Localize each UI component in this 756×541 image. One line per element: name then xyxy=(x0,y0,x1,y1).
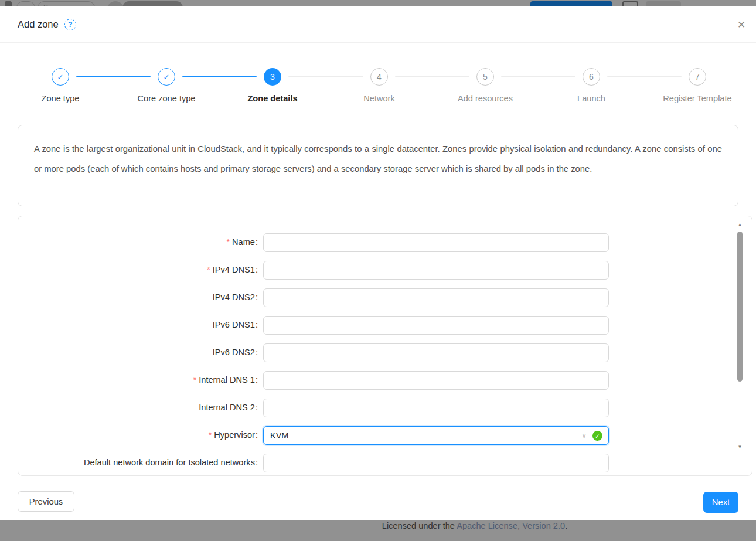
step-number: 4 xyxy=(370,68,388,86)
scroll-up-icon[interactable]: ▲ xyxy=(735,222,744,227)
ipv6-dns2-input[interactable] xyxy=(263,343,609,362)
close-icon[interactable]: ✕ xyxy=(734,18,748,32)
ipv6-dns1-input[interactable] xyxy=(263,316,609,335)
step-number: 7 xyxy=(689,68,706,86)
form-row-network-domain: Default network domain for Isolated netw… xyxy=(18,454,613,472)
form-row-ipv6-dns1: IPv6 DNS1 xyxy=(18,316,613,335)
scrollbar-thumb[interactable] xyxy=(737,232,743,382)
field-label: Name xyxy=(232,237,258,247)
ipv4-dns2-input[interactable] xyxy=(263,288,609,307)
modal-backdrop-overlay xyxy=(0,520,756,541)
zone-description-text: A zone is the largest organizational uni… xyxy=(34,139,722,179)
zone-description-panel: A zone is the largest organizational uni… xyxy=(18,125,738,206)
previous-button[interactable]: Previous xyxy=(18,491,74,512)
name-input[interactable] xyxy=(263,233,609,252)
form-row-hypervisor: *Hypervisor KVM ∨ ✓ xyxy=(18,426,613,445)
field-label: Hypervisor xyxy=(214,430,258,440)
field-label: IPv4 DNS1 xyxy=(213,265,258,274)
chevron-down-icon: ∨ xyxy=(581,427,587,444)
form-row-ipv4-dns2: IPv4 DNS2 xyxy=(18,288,613,307)
zone-details-form-panel: *Name *IPv4 DNS1 IPv4 DNS2 IPv6 DNS1 IPv xyxy=(18,216,752,476)
internal-dns2-input[interactable] xyxy=(263,399,609,417)
add-zone-modal: Add zone ? ✕ ✓ Zone type ✓ Core zone typ… xyxy=(0,6,756,520)
dimmed-page-bottom-strip: Licensed under the Apache License, Versi… xyxy=(0,520,756,541)
hypervisor-selected-value: KVM xyxy=(270,431,288,440)
field-label: IPv4 DNS2 xyxy=(213,292,258,302)
field-label: Internal DNS 2 xyxy=(199,403,258,412)
field-label: IPv6 DNS1 xyxy=(213,320,258,329)
next-button[interactable]: Next xyxy=(703,492,738,513)
step-zone-details[interactable]: 3 Zone details xyxy=(220,68,325,103)
step-number: 3 xyxy=(264,68,281,86)
wizard-stepper: ✓ Zone type ✓ Core zone type 3 Zone deta… xyxy=(0,56,756,120)
step-done-check-icon: ✓ xyxy=(52,68,69,86)
form-scrollbar: ▲ ▼ xyxy=(735,216,744,476)
field-label: IPv6 DNS2 xyxy=(213,348,258,357)
required-marker: * xyxy=(227,237,230,247)
step-register-template: 7 Register Template xyxy=(645,68,750,103)
modal-header: Add zone ? ✕ xyxy=(0,6,756,43)
required-marker: * xyxy=(193,375,196,385)
scroll-down-icon[interactable]: ▼ xyxy=(735,444,744,450)
dimmed-page-top-strip xyxy=(0,0,756,6)
step-add-resources: 5 Add resources xyxy=(433,68,538,103)
field-label: Internal DNS 1 xyxy=(199,375,258,385)
step-launch: 6 Launch xyxy=(539,68,644,103)
form-row-internal-dns2: Internal DNS 2 xyxy=(18,399,613,417)
modal-title: Add zone xyxy=(18,19,59,30)
form-row-internal-dns1: *Internal DNS 1 xyxy=(18,371,613,390)
help-icon[interactable]: ? xyxy=(64,19,76,30)
step-number: 6 xyxy=(583,68,600,86)
step-core-zone-type[interactable]: ✓ Core zone type xyxy=(114,68,219,103)
required-marker: * xyxy=(209,430,212,440)
internal-dns1-input[interactable] xyxy=(263,371,609,390)
form-row-ipv6-dns2: IPv6 DNS2 xyxy=(18,343,613,362)
add-zone-wizard-screen: Add zone ? ✕ ✓ Zone type ✓ Core zone typ… xyxy=(0,0,756,541)
step-network: 4 Network xyxy=(326,68,432,103)
field-label: Default network domain for Isolated netw… xyxy=(84,458,258,467)
modal-backdrop-overlay xyxy=(0,0,756,6)
step-done-check-icon: ✓ xyxy=(158,68,175,86)
hypervisor-select[interactable]: KVM ∨ ✓ xyxy=(263,426,609,445)
network-domain-input[interactable] xyxy=(263,454,609,472)
ipv4-dns1-input[interactable] xyxy=(263,261,609,280)
form-row-ipv4-dns1: *IPv4 DNS1 xyxy=(18,261,613,280)
required-marker: * xyxy=(207,265,210,274)
form-row-name: *Name xyxy=(18,233,613,252)
step-zone-type[interactable]: ✓ Zone type xyxy=(8,68,113,103)
valid-check-icon: ✓ xyxy=(592,431,602,441)
step-number: 5 xyxy=(476,68,494,86)
